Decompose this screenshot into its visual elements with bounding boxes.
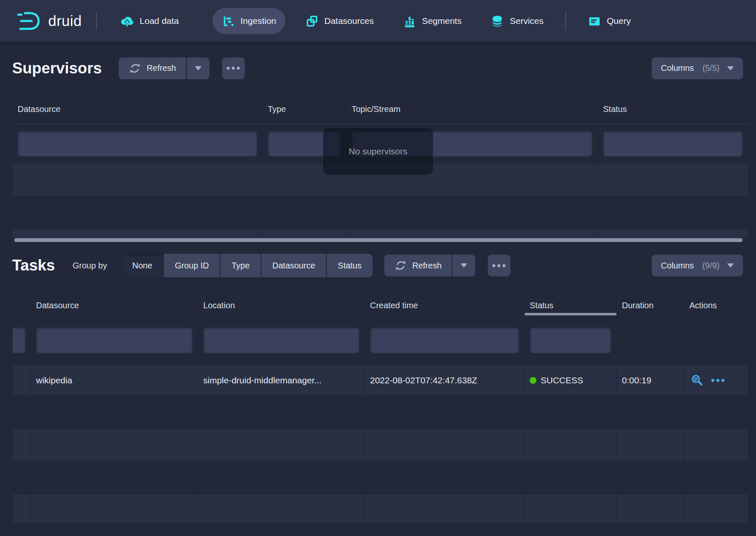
task-row[interactable]: wikipedia simple-druid-middlemanager... … [13,364,748,396]
columns-count: (5/5) [702,63,720,73]
tasks-refresh-split-button: Refresh [384,255,475,276]
empty-message: No supervisors [349,146,407,156]
group-by-datasource-button[interactable]: Datasource [261,254,326,277]
column-header-status[interactable]: Status [525,289,617,315]
tasks-header-row: Datasource Location Created time Status … [13,289,748,315]
table-row [13,196,748,229]
supervisors-datasource-filter-input[interactable] [18,131,257,157]
group-by-group-id-button[interactable]: Group ID [163,254,220,277]
nav-divider [565,12,566,30]
nav-item-ingestion[interactable]: Ingestion [212,8,285,34]
task-location-cell: simple-druid-middlemanager... [198,365,365,395]
brand-text: druid [48,13,82,29]
nav-item-services[interactable]: Services [482,8,553,34]
refresh-icon [394,259,407,272]
task-status-cell: SUCCESS [525,365,617,395]
task-created-time-cell: 2022-08-02T07:42:47.638Z [365,365,525,395]
caret-down-icon [461,263,467,268]
column-header-topic-stream[interactable]: Topic/Stream [347,94,598,124]
horizontal-scrollbar[interactable] [14,238,743,242]
page-title: Tasks [12,257,55,274]
nav-item-segments[interactable]: Segments [394,8,471,34]
task-datasource-cell: wikipedia [31,365,198,395]
refresh-label: Refresh [147,63,176,73]
tasks-hidden-filter-input[interactable] [13,327,26,354]
columns-label: Columns [661,63,694,73]
columns-count: (9/9) [702,261,720,271]
tasks-columns-button[interactable]: Columns (9/9) [652,255,743,276]
table-row [13,429,748,461]
tasks-header: Tasks Group by None Group ID Type Dataso… [0,242,756,289]
table-row [13,461,748,494]
column-header-actions[interactable]: Actions [684,289,748,315]
column-header-datasource[interactable]: Datasource [13,94,263,124]
page-title: Supervisors [12,60,102,77]
no-supervisors-overlay: No supervisors [323,128,433,175]
task-duration-cell: 0:00:19 [617,365,684,395]
supervisors-header: Supervisors Refresh Colum [0,42,756,94]
refresh-icon [129,62,141,75]
supervisors-status-filter-input[interactable] [603,131,743,157]
supervisors-header-row: Datasource Type Topic/Stream Status [13,94,748,124]
tasks-status-filter-input[interactable] [530,327,611,354]
nav-item-label: Load data [140,16,179,26]
group-by-button-group: None Group ID Type Datasource Status [121,254,372,277]
nav-item-label: Datasources [324,16,374,26]
supervisors-columns-button[interactable]: Columns (5/5) [652,57,743,79]
tasks-filter-row [13,315,748,364]
task-more-icon[interactable] [711,378,725,382]
more-icon [227,67,230,70]
tasks-created-time-filter-input[interactable] [370,327,519,354]
nav-item-label: Segments [422,16,462,26]
task-details-icon[interactable] [691,374,703,386]
column-header-type[interactable]: Type [263,94,347,124]
stacked-chart-icon [403,15,416,28]
refresh-button[interactable]: Refresh [384,255,452,276]
caret-down-icon [727,66,734,70]
supervisors-more-button[interactable] [222,57,245,79]
group-by-status-button[interactable]: Status [326,254,373,277]
tasks-datasource-filter-input[interactable] [36,327,193,354]
nav-item-datasources[interactable]: Datasources [296,8,383,34]
group-by-none-button[interactable]: None [121,254,163,277]
status-badge: SUCCESS [541,375,583,385]
druid-logo[interactable]: druid [16,9,82,33]
more-icon [492,264,495,267]
refresh-interval-button[interactable] [452,255,475,276]
nav-item-label: Services [510,16,544,26]
console-icon [588,15,601,28]
nav-item-load-data[interactable]: Load data [111,8,188,34]
layers-icon [306,15,318,28]
table-row [13,229,748,238]
task-actions-cell [684,365,748,395]
refresh-button[interactable]: Refresh [119,57,186,79]
caret-down-icon [195,66,202,70]
column-header-created-time[interactable]: Created time [365,289,525,315]
nav-item-label: Query [607,16,631,26]
supervisors-refresh-split-button: Refresh [119,57,210,79]
column-header-status[interactable]: Status [598,94,748,124]
caret-down-icon [727,263,734,268]
columns-label: Columns [661,261,694,271]
tasks-location-filter-input[interactable] [203,327,360,354]
group-by-type-button[interactable]: Type [220,254,260,277]
status-dot [530,377,536,384]
druid-logo-icon [16,9,42,33]
database-icon [491,15,504,28]
nav-divider [96,12,97,30]
refresh-interval-button[interactable] [186,57,210,79]
tasks-more-button[interactable] [488,255,510,276]
table-row [13,396,748,429]
column-header-duration[interactable]: Duration [617,289,684,315]
nav-item-label: Ingestion [241,16,276,26]
column-header-collapsed[interactable] [13,289,31,315]
column-header-datasource[interactable]: Datasource [31,289,198,315]
column-header-location[interactable]: Location [198,289,365,315]
cloud-upload-icon [120,14,134,28]
supervisors-table: Datasource Type Topic/Stream Status No s… [13,94,748,238]
group-by-label: Group by [72,261,107,271]
sort-indicator [525,313,616,315]
navbar: druid Load data Ingestion [0,0,756,42]
nav-item-query[interactable]: Query [579,8,640,34]
table-row [13,494,748,523]
